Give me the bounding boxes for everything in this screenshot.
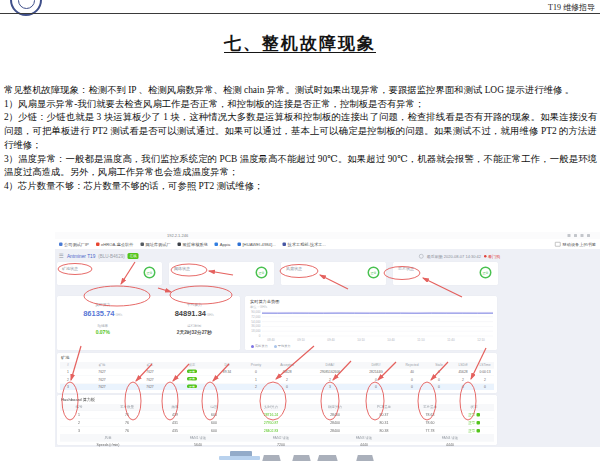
table-cell: 正常: [172, 368, 212, 375]
table-row: Speeds (r/min)5640720044404440: [60, 441, 494, 447]
table-cell: 2: [450, 376, 476, 383]
mobile-bookmarks-label: 移动设备上的书签: [563, 241, 597, 247]
bookmark-item[interactable]: 网址库测试厂: [140, 241, 170, 247]
status-ok-text: 正常: [468, 428, 475, 432]
table-cell: [212, 383, 242, 390]
extension-icon[interactable]: [568, 234, 571, 237]
reject-rate-value: 0.07%: [57, 329, 149, 335]
menu-icon[interactable]: ☰: [59, 253, 64, 260]
pools-title: 矿池: [57, 353, 497, 362]
status-card[interactable]: 网络状态正常: [169, 262, 274, 285]
legend-marker-icon: [251, 345, 254, 348]
status-card[interactable]: 芯片状态正常: [393, 262, 498, 285]
legend-item[interactable]: 平均算力: [274, 344, 291, 349]
table-cell: 78.63: [406, 411, 454, 419]
table-cell: 28400: [308, 427, 362, 435]
table-cell: 28400: [308, 419, 362, 427]
table-cell: 45628: [270, 368, 304, 375]
watermark-fragment: [219, 456, 260, 460]
paragraph-intro: 常见整机故障现象：检测不到 IP 、检测风扇数异常、检测 chain 异常。测试…: [4, 84, 597, 98]
bookmark-item[interactable]: 聚哲审核系统: [178, 241, 208, 247]
refresh-timestamp: 最后刷新 2020-08-07 14:30:42: [427, 253, 481, 259]
status-ok-text: 正常: [259, 270, 265, 275]
column-header: Accepted: [270, 362, 304, 369]
table-row: 276277627正常12200022: [60, 376, 494, 383]
average-hashrate-unit: GH/s: [207, 313, 214, 316]
bookmark-item[interactable]: Appia: [215, 241, 231, 247]
column-header: 电压: [194, 404, 234, 411]
device-name[interactable]: Antminer T19: [67, 253, 95, 259]
table-cell: 3: [60, 427, 98, 435]
column-header: DiffA#: [304, 362, 356, 369]
watchdog-badge[interactable]: 看门狗: [484, 253, 500, 259]
page-title: 七、整机故障现象: [0, 32, 600, 55]
table-cell: 3: [60, 383, 76, 390]
browser-menu-icon[interactable]: [587, 234, 590, 237]
table-cell: 45628: [450, 368, 476, 375]
table-cell: 2: [60, 376, 76, 383]
status-ok-ring-icon: 正常: [144, 267, 156, 279]
favicon-icon: [140, 242, 144, 246]
bookmark-label: 聚哲审核系统: [183, 241, 208, 247]
column-header: 芯片温度: [406, 404, 454, 411]
bookmark-label: [HUAWEI-4984]...: [242, 242, 275, 247]
legend-marker-icon: [274, 345, 277, 348]
legend-item[interactable]: 实时算力: [251, 344, 268, 349]
table-cell: 7200: [240, 441, 322, 447]
table-cell: [212, 376, 242, 383]
table-cell: 40: [396, 368, 428, 375]
table-header-row: #矿池矿工状态DiffPriorityAcceptedDiffA#DiffR#R…: [60, 362, 494, 369]
table-cell: 2: [242, 383, 270, 390]
pools-panel: 矿池 #矿池矿工状态DiffPriorityAcceptedDiffA#Diff…: [57, 353, 497, 393]
monitor-screenshot: 192.2.1.246 公司测试厂IPeHROA-鑫企软件网址库测试厂聚哲审核系…: [55, 232, 600, 455]
bookmark-label: 技术工程部-技术工...: [288, 241, 326, 247]
table-cell: 28400: [308, 411, 362, 419]
status-card[interactable]: 矿池状态正常: [57, 262, 162, 285]
extension-icon[interactable]: [574, 234, 577, 237]
bookmark-item[interactable]: 技术工程部-技术工...: [283, 241, 326, 247]
alert-dot-icon: [484, 255, 487, 258]
svg-text:08:40: 08:40: [267, 338, 275, 342]
bookmark-item[interactable]: 公司测试厂IP: [59, 241, 89, 247]
table-cell: 正常: [454, 411, 494, 419]
hashrate-line-chart: 90,00072,00054,00036,00018,000008:4009:1…: [247, 310, 496, 342]
column-header: 矿工: [128, 362, 172, 369]
favicon-icon: [283, 242, 287, 246]
svg-text:09:10: 09:10: [297, 338, 305, 342]
browser-extension-icons[interactable]: [568, 234, 591, 237]
column-header: DiffR#: [356, 362, 396, 369]
table-cell: 27950.87: [234, 419, 308, 427]
status-card[interactable]: 风扇状态正常: [281, 262, 386, 285]
table-cell: 600: [194, 419, 234, 427]
svg-text:72,000: 72,000: [251, 315, 261, 319]
table-cell: 0: [270, 383, 304, 390]
table-cell: 435: [156, 427, 194, 435]
status-ok-text: 正常: [147, 270, 153, 275]
status-ok-text: 正常: [371, 270, 377, 275]
column-header: FAN3 转速: [322, 434, 406, 441]
bookmark-label: eHROA-鑫企软件: [101, 241, 134, 247]
realtime-hashrate-value: 86135.74: [83, 309, 114, 318]
status-cards: 矿池状态正常网络状态正常风扇状态正常芯片状态正常: [57, 262, 498, 285]
table-cell: 3: [304, 383, 356, 390]
mobile-bookmarks-folder[interactable]: 移动设备上的书签: [555, 241, 596, 247]
column-header: FAN4 转速: [406, 434, 494, 441]
bookmark-label: 网址库测试厂: [145, 241, 170, 247]
column-header: Diff: [212, 362, 242, 369]
table-row: 27643160027950.872840080.3178.60正常: [60, 419, 494, 427]
chart-legend: 实时算力平均算力: [251, 344, 291, 349]
status-card-label: 风扇状态: [286, 266, 302, 272]
column-header: FAN1 转速: [156, 434, 240, 441]
bookmark-item[interactable]: [HUAWEI-4984]...: [237, 241, 275, 247]
table-cell: 600: [194, 427, 234, 435]
address-url[interactable]: 192.2.1.246: [167, 234, 188, 239]
table-cell: 正常: [454, 427, 494, 435]
svg-text:10:40: 10:40: [387, 338, 395, 342]
status-ok-ring-icon: 正常: [480, 267, 492, 279]
status-badge: 正常: [187, 377, 197, 381]
status-toggle-icon: [476, 421, 480, 425]
bookmark-item[interactable]: eHROA-鑫企软件: [96, 241, 134, 247]
extension-icon[interactable]: [581, 234, 584, 237]
column-header: FAN2 转速: [240, 434, 322, 441]
legend-label: 平均算力: [278, 344, 291, 349]
